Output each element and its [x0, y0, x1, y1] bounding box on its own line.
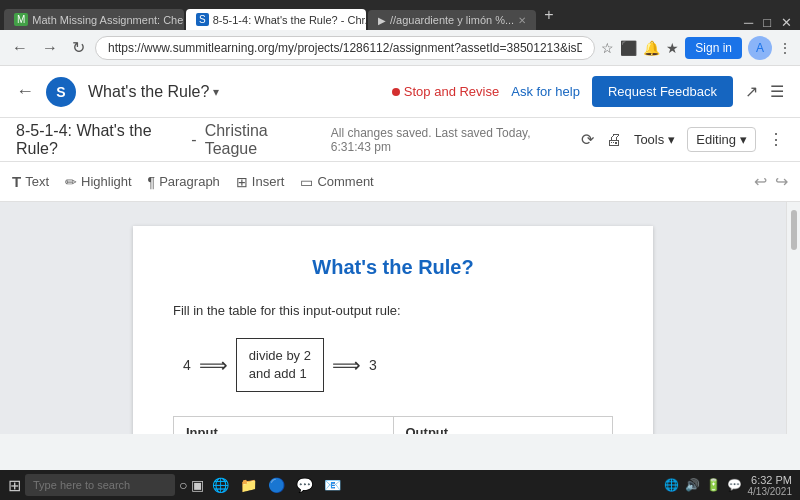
- rule-text-line2: and add 1: [249, 366, 307, 381]
- tools-button[interactable]: Tools ▾: [634, 132, 675, 147]
- external-link-icon[interactable]: ↗: [745, 82, 758, 101]
- stop-revise-label: Stop and Revise: [404, 84, 499, 99]
- redo-button[interactable]: ↪: [775, 172, 788, 191]
- rule-output-value: 3: [369, 357, 377, 373]
- editor-toolbar: T Text ✏ Highlight ¶ Paragraph ⊞ Insert …: [0, 162, 800, 202]
- document-page: What's the Rule? Fill in the table for t…: [133, 226, 653, 434]
- sign-in-button[interactable]: Sign in: [685, 37, 742, 59]
- text-tool-button[interactable]: T Text: [12, 173, 49, 190]
- main-content: What's the Rule? Fill in the table for t…: [0, 202, 800, 434]
- app-menu-icon[interactable]: ☰: [770, 82, 784, 101]
- insert-tool-label: Insert: [252, 174, 285, 189]
- app-logo: S: [46, 77, 76, 107]
- comment-tool-button[interactable]: ▭ Comment: [300, 174, 373, 190]
- history-icon[interactable]: ⟳: [581, 130, 594, 149]
- tools-label: Tools: [634, 132, 664, 147]
- document-separator: -: [191, 131, 196, 149]
- stop-dot-icon: [392, 88, 400, 96]
- forward-button[interactable]: →: [38, 37, 62, 59]
- profile-avatar[interactable]: A: [748, 36, 772, 60]
- tab2-favicon: S: [196, 13, 209, 26]
- window-close-icon[interactable]: ✕: [777, 15, 796, 30]
- window-minimize-icon[interactable]: ─: [740, 15, 757, 30]
- document-heading: What's the Rule?: [173, 256, 613, 279]
- refresh-button[interactable]: ↻: [68, 36, 89, 59]
- app-title-chevron-icon[interactable]: ▾: [213, 85, 219, 99]
- editing-chevron-icon: ▾: [740, 132, 747, 147]
- save-status: All changes saved. Last saved Today, 6:3…: [331, 126, 573, 154]
- tab3-favicon: ▶: [378, 15, 386, 26]
- bookmark-icon[interactable]: ☆: [601, 40, 614, 56]
- document-area: What's the Rule? Fill in the table for t…: [0, 202, 786, 434]
- browser-tab-2[interactable]: S 8-5-1-4: What's the Rule? - Chr... ✕: [186, 9, 366, 30]
- col-input-header: Input: [174, 417, 394, 434]
- rule-box: divide by 2 and add 1: [236, 338, 324, 392]
- app-title: What's the Rule? ▾: [88, 83, 219, 101]
- comment-tool-label: Comment: [317, 174, 373, 189]
- extension-icon-1[interactable]: ⬛: [620, 40, 637, 56]
- browser-tab-1[interactable]: M Math Missing Assignment: Che... ✕: [4, 9, 184, 30]
- rule-text-line1: divide by 2: [249, 348, 311, 363]
- text-icon: T: [12, 173, 21, 190]
- paragraph-icon: ¶: [148, 174, 156, 190]
- tools-chevron-icon: ▾: [668, 132, 675, 147]
- col-output-header: Output: [393, 417, 613, 434]
- rule-diagram: 4 ⟹ divide by 2 and add 1 ⟹ 3: [183, 338, 613, 392]
- ask-for-help-button[interactable]: Ask for help: [511, 84, 580, 99]
- browser-menu-icon[interactable]: ⋮: [778, 40, 792, 56]
- address-bar: ← → ↻ ☆ ⬛ 🔔 ★ Sign in A ⋮: [0, 30, 800, 66]
- doc-header-icons: ⟳ 🖨 Tools ▾ Editing ▾ ⋮: [581, 127, 784, 152]
- arrow-from-box-icon: ⟹: [332, 353, 361, 377]
- extension-icon-3[interactable]: ★: [666, 40, 679, 56]
- tab1-label: Math Missing Assignment: Che...: [32, 14, 184, 26]
- highlight-tool-label: Highlight: [81, 174, 132, 189]
- input-output-table: Input Output 02-8100: [173, 416, 613, 434]
- print-icon[interactable]: 🖨: [606, 131, 622, 149]
- editing-label: Editing: [696, 132, 736, 147]
- tab1-favicon: M: [14, 13, 28, 26]
- request-feedback-button[interactable]: Request Feedback: [592, 76, 733, 107]
- arrow-to-box-icon: ⟹: [199, 353, 228, 377]
- paragraph-tool-button[interactable]: ¶ Paragraph: [148, 174, 220, 190]
- paragraph-tool-label: Paragraph: [159, 174, 220, 189]
- insert-tool-button[interactable]: ⊞ Insert: [236, 174, 285, 190]
- undo-button[interactable]: ↩: [754, 172, 767, 191]
- document-title: 8-5-1-4: What's the Rule?: [16, 122, 183, 158]
- extension-icon-2[interactable]: 🔔: [643, 40, 660, 56]
- tab2-label: 8-5-1-4: What's the Rule? - Chr...: [213, 14, 366, 26]
- table-header-row: Input Output: [174, 417, 613, 434]
- instruction-text: Fill in the table for this input-output …: [173, 303, 613, 318]
- undo-redo-group: ↩ ↪: [754, 172, 788, 191]
- url-input[interactable]: [95, 36, 595, 60]
- text-tool-label: Text: [25, 174, 49, 189]
- browser-tab-3[interactable]: ▶ //aguardiente y limón %... ✕: [368, 10, 536, 30]
- scroll-sidebar: [786, 202, 800, 434]
- editing-button[interactable]: Editing ▾: [687, 127, 756, 152]
- highlight-tool-button[interactable]: ✏ Highlight: [65, 174, 132, 190]
- browser-tabs-bar: M Math Missing Assignment: Che... ✕ S 8-…: [0, 0, 800, 30]
- highlight-icon: ✏: [65, 174, 77, 190]
- back-button[interactable]: ←: [8, 37, 32, 59]
- stop-revise-button[interactable]: Stop and Revise: [392, 84, 499, 99]
- insert-icon: ⊞: [236, 174, 248, 190]
- tab3-close-icon[interactable]: ✕: [518, 15, 526, 26]
- scrollbar-thumb[interactable]: [791, 210, 797, 250]
- student-name: Christina Teague: [205, 122, 315, 158]
- new-tab-button[interactable]: +: [538, 4, 559, 26]
- app-header: ← S What's the Rule? ▾ Stop and Revise A…: [0, 66, 800, 118]
- tab3-label: //aguardiente y limón %...: [390, 14, 514, 26]
- app-title-text: What's the Rule?: [88, 83, 209, 101]
- document-header: 8-5-1-4: What's the Rule? - Christina Te…: [0, 118, 800, 162]
- comment-icon: ▭: [300, 174, 313, 190]
- rule-input-value: 4: [183, 357, 191, 373]
- app-back-button[interactable]: ←: [16, 81, 34, 102]
- window-maximize-icon[interactable]: □: [759, 15, 775, 30]
- more-options-icon[interactable]: ⋮: [768, 130, 784, 149]
